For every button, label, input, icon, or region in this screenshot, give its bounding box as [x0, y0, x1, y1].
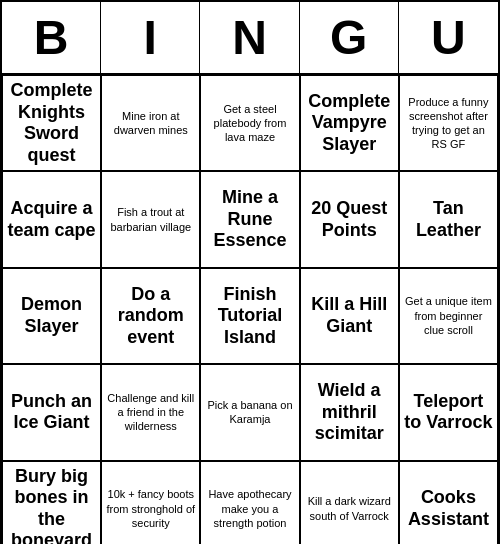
- bingo-cell-22[interactable]: Have apothecary make you a strength poti…: [200, 461, 299, 545]
- bingo-cell-9[interactable]: Tan Leather: [399, 171, 498, 267]
- bingo-header: BINGU: [2, 2, 498, 75]
- bingo-letter-G: G: [300, 2, 399, 73]
- bingo-cell-0[interactable]: Complete Knights Sword quest: [2, 75, 101, 171]
- bingo-cell-1[interactable]: Mine iron at dwarven mines: [101, 75, 200, 171]
- bingo-cell-14[interactable]: Get a unique item from beginner clue scr…: [399, 268, 498, 364]
- bingo-letter-I: I: [101, 2, 200, 73]
- bingo-grid: Complete Knights Sword questMine iron at…: [2, 75, 498, 544]
- bingo-cell-7[interactable]: Mine a Rune Essence: [200, 171, 299, 267]
- bingo-cell-4[interactable]: Produce a funny screenshot after trying …: [399, 75, 498, 171]
- bingo-cell-16[interactable]: Challenge and kill a friend in the wilde…: [101, 364, 200, 460]
- bingo-cell-17[interactable]: Pick a banana on Karamja: [200, 364, 299, 460]
- bingo-cell-19[interactable]: Teleport to Varrock: [399, 364, 498, 460]
- bingo-cell-18[interactable]: Wield a mithril scimitar: [300, 364, 399, 460]
- bingo-cell-20[interactable]: Bury big bones in the boneyard: [2, 461, 101, 545]
- bingo-card: BINGU Complete Knights Sword questMine i…: [0, 0, 500, 544]
- bingo-letter-N: N: [200, 2, 299, 73]
- bingo-cell-3[interactable]: Complete Vampyre Slayer: [300, 75, 399, 171]
- bingo-letter-U: U: [399, 2, 498, 73]
- bingo-cell-6[interactable]: Fish a trout at barbarian village: [101, 171, 200, 267]
- bingo-cell-10[interactable]: Demon Slayer: [2, 268, 101, 364]
- bingo-cell-12[interactable]: Finish Tutorial Island: [200, 268, 299, 364]
- bingo-cell-24[interactable]: Cooks Assistant: [399, 461, 498, 545]
- bingo-cell-23[interactable]: Kill a dark wizard south of Varrock: [300, 461, 399, 545]
- bingo-letter-B: B: [2, 2, 101, 73]
- bingo-cell-21[interactable]: 10k + fancy boots from stronghold of sec…: [101, 461, 200, 545]
- bingo-cell-8[interactable]: 20 Quest Points: [300, 171, 399, 267]
- bingo-cell-13[interactable]: Kill a Hill Giant: [300, 268, 399, 364]
- bingo-cell-11[interactable]: Do a random event: [101, 268, 200, 364]
- bingo-cell-2[interactable]: Get a steel platebody from lava maze: [200, 75, 299, 171]
- bingo-cell-15[interactable]: Punch an Ice Giant: [2, 364, 101, 460]
- bingo-cell-5[interactable]: Acquire a team cape: [2, 171, 101, 267]
